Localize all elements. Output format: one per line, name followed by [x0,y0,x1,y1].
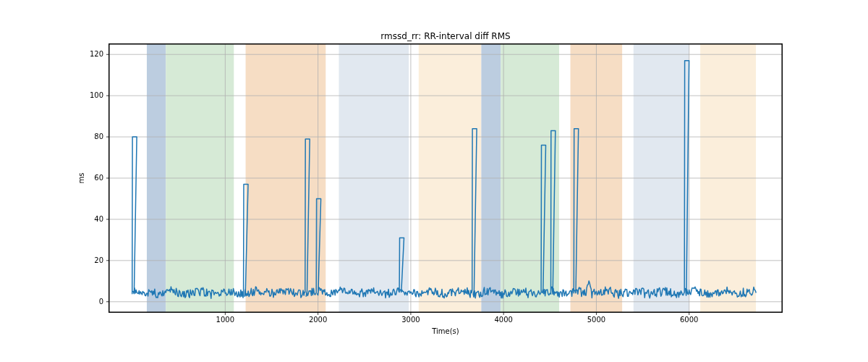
x-tick-label: 4000 [494,316,512,324]
y-tick-label: 60 [94,174,103,182]
y-tick-label: 120 [90,50,103,58]
y-tick-label: 0 [99,298,103,306]
chart-title: rmssd_rr: RR-interval diff RMS [109,31,782,41]
x-tick-label: 2000 [309,316,327,324]
x-tick-label: 6000 [680,316,698,324]
y-tick-label: 100 [90,91,103,99]
plot-svg: 100020003000400050006000020406080100120 [109,44,782,312]
y-axis-label: ms [77,173,85,184]
x-axis-label: Time(s) [109,327,782,335]
y-tick-label: 80 [94,132,103,140]
x-tick-label: 5000 [587,316,605,324]
y-tick-label: 40 [94,215,103,223]
y-tick-label: 20 [94,256,103,264]
figure: rmssd_rr: RR-interval diff RMS Time(s) m… [0,0,868,362]
x-tick-label: 1000 [216,316,234,324]
axes-area: rmssd_rr: RR-interval diff RMS Time(s) m… [109,43,783,313]
x-tick-label: 3000 [401,316,420,324]
